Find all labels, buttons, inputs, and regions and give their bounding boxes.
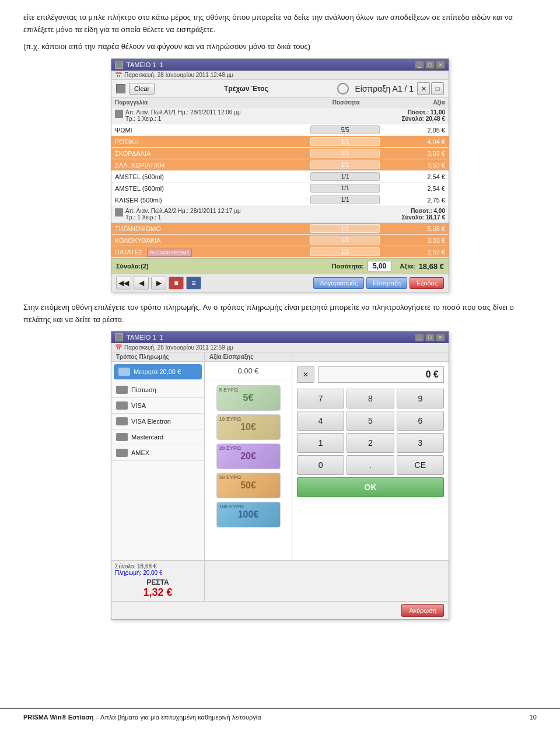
- item-amstel1-qty: 1/1: [310, 172, 380, 181]
- pay-icon-amex: [116, 449, 128, 457]
- item-amstel1-name: AMSTEL (500ml): [115, 173, 310, 180]
- win1-minimize[interactable]: _: [415, 61, 424, 69]
- window1-year-label: Τρέχων Έτος: [158, 85, 334, 93]
- numpad-ok[interactable]: OK: [297, 477, 444, 497]
- numpad-2[interactable]: 2: [346, 433, 394, 453]
- item-kaiser[interactable]: KAISER (500ml) 1/1 2,75 €: [111, 194, 449, 206]
- item-amstel2-qty: 1/1: [310, 184, 380, 193]
- pay-label-mastercard: Mastercard: [131, 434, 163, 441]
- payment-method-visa[interactable]: VISA: [111, 398, 204, 414]
- window2: ΤΑΜΕΙΟ 1 1 _ □ × 📅 Παρασκευή, 28 Ιανουαρ…: [111, 331, 449, 620]
- win1-hdr-btn1[interactable]: ✕: [417, 82, 430, 95]
- window1-refresh-icon[interactable]: [337, 83, 349, 95]
- win1-hdr-btn2[interactable]: □: [431, 82, 444, 95]
- footer-subtitle: – Απλά βήματα για μια επιτυχημένη καθημε…: [96, 714, 261, 721]
- group1-line1: Απ. Λιαν. Πώλ.Α1/1 Ημ.: 28/1/2011 12:06 …: [125, 109, 399, 116]
- footer-val-label: Αξία:: [400, 263, 415, 270]
- item-patates[interactable]: ΠΑΤΑΤΕΣ #ΚΟΛΟΚΥΘΟΜΑ 1/1 2,52 €: [111, 246, 449, 258]
- numpad-ce[interactable]: CE: [397, 455, 444, 475]
- numpad-4[interactable]: 4: [297, 411, 344, 431]
- item-salata-qty: 1/1: [310, 160, 380, 169]
- win2-maximize[interactable]: □: [425, 333, 435, 341]
- footer-brand: PRISMA Win® Εστίαση: [23, 714, 93, 721]
- item-amstel1-val: 2,54 €: [380, 173, 445, 180]
- payment-summary-bar: Σύνολο: 18,68 € Πληρωμή: 20,00 € ΡΕΣΤΑ 1…: [111, 560, 449, 601]
- item-psomi[interactable]: ΨΩΜΙ 5/5 2,05 €: [111, 124, 449, 136]
- payment-method-pistosi[interactable]: Πίστωση: [111, 382, 204, 398]
- receipt-footer: Σύνολα:(2) Ποσότητα: 5,00 Αξία: 18,68 €: [111, 258, 449, 274]
- group2-header: Απ. Λιαν. Πώλ.Α2/2 Ημ.: 28/1/2011 12:17 …: [111, 206, 449, 223]
- page-footer: PRISMA Win® Εστίαση – Απλά βήματα για μι…: [0, 708, 560, 725]
- item-tiganopsomo-val: 5,05 €: [380, 225, 445, 232]
- group1-info: Απ. Λιαν. Πώλ.Α1/1 Ημ.: 28/1/2011 12:06 …: [125, 109, 399, 122]
- nav-btn4[interactable]: ■: [169, 277, 184, 289]
- resta-label: ΡΕΣΤΑ: [115, 578, 201, 586]
- receipt-area: Απ. Λιαν. Πώλ.Α1/1 Ημ.: 28/1/2011 12:06 …: [111, 107, 449, 258]
- group1-header: Απ. Λιαν. Πώλ.Α1/1 Ημ.: 28/1/2011 12:06 …: [111, 107, 449, 124]
- item-tiganopsomo[interactable]: ΤΗΓΑΝΟΨΩΜΟ 1/1 5,05 €: [111, 223, 449, 235]
- item-kaiser-qty: 1/1: [310, 195, 380, 204]
- numpad-5[interactable]: 5: [346, 411, 394, 431]
- banknote-50[interactable]: 50 ΕΥΡΩ 50€: [216, 473, 281, 498]
- group2-line1: Απ. Λιαν. Πώλ.Α2/2 Ημ.: 28/1/2011 12:17 …: [125, 208, 399, 214]
- item-rosiki[interactable]: ΡΟΣΙΚΗ 1/1 4,04 €: [111, 136, 449, 148]
- cancel-button[interactable]: Ακύρωση: [401, 604, 444, 617]
- banknotes-area: 5 ΕΥΡΩ 5€ 10 ΕΥΡΩ 10€ 20 ΕΥΡΩ 20€ 50 ΕΥΡ…: [205, 380, 292, 560]
- win1-close[interactable]: ×: [436, 61, 445, 69]
- nav-btn3[interactable]: ▶: [151, 277, 166, 289]
- window2-subtitle-text: Παρασκευή, 28 Ιανουαρίου 2011 12:59 μμ: [124, 344, 233, 351]
- window2-col-headers: Τρόπος Πληρωμής Αξία Είσπραξης: [111, 352, 449, 362]
- item-skordalia[interactable]: ΣΚΟΡΔΑΛΙΑ 1/1 3,03 €: [111, 148, 449, 159]
- nav-btn2[interactable]: ◀: [134, 277, 149, 289]
- banknote-5[interactable]: 5 ΕΥΡΩ 5€: [216, 385, 281, 411]
- payment-body: Μετρητά 20,00 € Πίστωση VISA VISA Electr…: [111, 362, 449, 560]
- pay-label-visa-electron: VISA Electron: [131, 418, 171, 425]
- pay-icon-pistosi: [116, 386, 128, 394]
- item-amstel1[interactable]: AMSTEL (500ml) 1/1 2,54 €: [111, 171, 449, 183]
- window1-subtitle-icon: 📅: [115, 72, 122, 78]
- win2-close[interactable]: ×: [436, 333, 445, 341]
- payment-method-metryta[interactable]: Μετρητά 20,00 €: [114, 364, 202, 380]
- item-kolokythakia-name: ΚΟΛΟΚΥΘΑΚΙΑ: [115, 237, 310, 244]
- item-amstel2[interactable]: AMSTEL (500ml) 1/1 2,54 €: [111, 183, 449, 194]
- numpad-8[interactable]: 8: [346, 389, 394, 408]
- btn-exodos[interactable]: Έξοδος: [410, 277, 444, 289]
- item-salata[interactable]: ΣΑΛ. ΧΩΡΙΑΤΙΚΗ 1/1 3,53 €: [111, 159, 449, 171]
- banknote-10[interactable]: 10 ΕΥΡΩ 10€: [216, 414, 281, 440]
- numpad-3[interactable]: 3: [397, 433, 444, 453]
- item-patates-name: ΠΑΤΑΤΕΣ #ΚΟΛΟΚΥΘΟΜΑ: [115, 249, 310, 256]
- banknote-100[interactable]: 100 ΕΥΡΩ 100€: [216, 502, 281, 528]
- payment-method-visa-electron[interactable]: VISA Electron: [111, 414, 204, 429]
- window1-header: Clear Τρέχων Έτος Είσπραξη Α1 / 1 ✕ □: [111, 80, 449, 98]
- window2-subtitle-icon: 📅: [115, 344, 122, 351]
- window1-header-icon: [116, 84, 125, 93]
- numpad-0[interactable]: 0: [297, 455, 344, 475]
- win1-maximize[interactable]: □: [425, 61, 435, 69]
- numpad-7[interactable]: 7: [297, 389, 344, 408]
- btn-logariasmos[interactable]: Λογαριασμός: [313, 277, 364, 289]
- item-kolokythakia[interactable]: ΚΟΛΟΚΥΘΑΚΙΑ 1/1 3,03 €: [111, 235, 449, 246]
- win2-minimize[interactable]: _: [415, 333, 424, 341]
- group2-total-val: Σύνολο: 18,17 €: [401, 214, 445, 221]
- banknote-20[interactable]: 20 ΕΥΡΩ 20€: [216, 443, 281, 469]
- amount-display: 0,00 €: [205, 362, 292, 380]
- group2-info: Απ. Λιαν. Πώλ.Α2/2 Ημ.: 28/1/2011 12:17 …: [125, 208, 399, 221]
- numpad-9[interactable]: 9: [397, 389, 444, 408]
- item-patates-qty: 1/1: [310, 247, 380, 256]
- payment-method-mastercard[interactable]: Mastercard: [111, 429, 204, 445]
- nav-btn5[interactable]: ≡: [186, 277, 201, 289]
- numpad-clear-btn[interactable]: ✕: [297, 366, 314, 383]
- window1-subtitle-text: Παρασκευή, 28 Ιανουαρίου 2011 12:48 μμ: [124, 72, 233, 78]
- btn-eispraksi[interactable]: Είσπραξη: [366, 277, 407, 289]
- footer-total-label: Σύνολα:(2): [116, 263, 332, 270]
- group1-line2: Τρ.: 1 Χειρ.: 1: [125, 116, 399, 122]
- payment-method-amex[interactable]: AMEX: [111, 445, 204, 461]
- numpad-dot[interactable]: .: [346, 455, 394, 475]
- window1-header-title: Είσπραξη Α1 / 1: [355, 84, 414, 93]
- pay-label-pistosi: Πίστωση: [131, 386, 156, 393]
- numpad-1[interactable]: 1: [297, 433, 344, 453]
- numpad-6[interactable]: 6: [397, 411, 444, 431]
- footer-brand-area: PRISMA Win® Εστίαση – Απλά βήματα για μι…: [23, 714, 261, 721]
- clear-button[interactable]: Clear: [129, 83, 155, 95]
- nav-btn1[interactable]: ◀◀: [116, 277, 131, 289]
